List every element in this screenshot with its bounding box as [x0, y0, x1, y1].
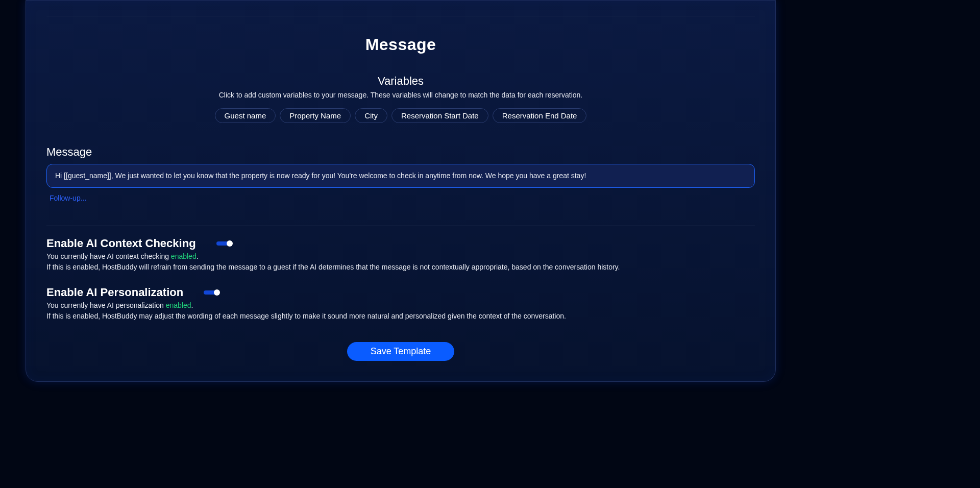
- ai-personalization-description: You currently have AI personalization en…: [46, 300, 755, 322]
- variable-chip-reservation-start[interactable]: Reservation Start Date: [391, 108, 488, 123]
- save-template-button[interactable]: Save Template: [347, 342, 455, 361]
- context-line2: If this is enabled, HostBuddy will refra…: [46, 263, 620, 271]
- ai-context-checking-toggle[interactable]: [216, 240, 233, 247]
- variable-chip-reservation-end[interactable]: Reservation End Date: [493, 108, 587, 123]
- personalization-line1-prefix: You currently have AI personalization: [46, 301, 166, 309]
- ai-personalization-title: Enable AI Personalization: [46, 286, 183, 299]
- toggle-knob: [227, 240, 233, 247]
- ai-personalization-header: Enable AI Personalization: [46, 286, 755, 299]
- variable-chip-property-name[interactable]: Property Name: [280, 108, 351, 123]
- variable-chips-row: Guest name Property Name City Reservatio…: [46, 108, 755, 123]
- context-line1-suffix: .: [197, 252, 199, 260]
- personalization-line1-suffix: .: [191, 301, 193, 309]
- variables-block: Variables Click to add custom variables …: [46, 75, 755, 123]
- variables-description: Click to add custom variables to your me…: [46, 91, 755, 99]
- ai-context-checking-group: Enable AI Context Checking You currently…: [46, 237, 755, 273]
- variables-heading: Variables: [46, 75, 755, 88]
- template-editor-panel: Message Variables Click to add custom va…: [26, 0, 776, 382]
- message-textarea[interactable]: [46, 164, 755, 188]
- personalization-line2: If this is enabled, HostBuddy may adjust…: [46, 312, 566, 320]
- ai-context-checking-title: Enable AI Context Checking: [46, 237, 196, 250]
- variable-chip-guest-name[interactable]: Guest name: [215, 108, 276, 123]
- message-field-label: Message: [46, 145, 755, 159]
- variable-chip-city[interactable]: City: [355, 108, 387, 123]
- ai-context-checking-header: Enable AI Context Checking: [46, 237, 755, 250]
- ai-personalization-group: Enable AI Personalization You currently …: [46, 286, 755, 322]
- context-status-word: enabled: [171, 252, 197, 260]
- ai-context-checking-description: You currently have AI context checking e…: [46, 251, 755, 273]
- context-line1-prefix: You currently have AI context checking: [46, 252, 171, 260]
- personalization-status-word: enabled: [166, 301, 191, 309]
- toggle-knob: [214, 289, 220, 296]
- followup-link[interactable]: Follow-up...: [46, 194, 755, 202]
- section-title-message: Message: [46, 35, 755, 54]
- ai-personalization-toggle[interactable]: [204, 289, 220, 296]
